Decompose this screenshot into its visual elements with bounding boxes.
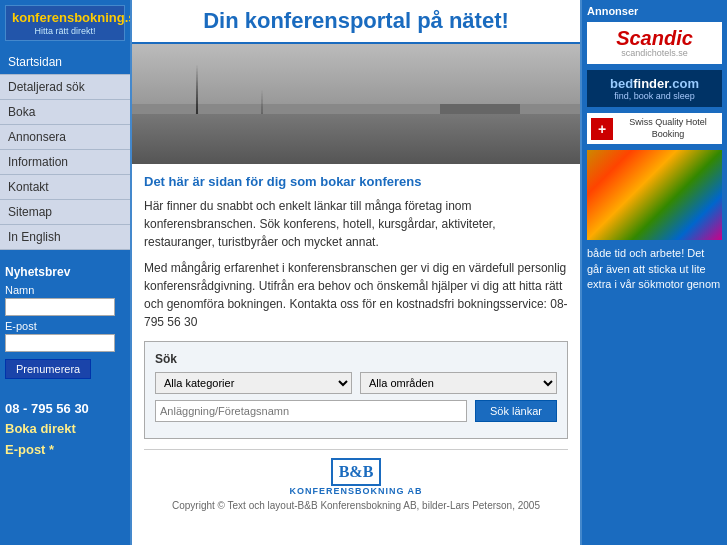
logo-subtitle: Hitta rätt direkt!	[12, 26, 118, 36]
hero-sky	[132, 44, 580, 104]
logo-konferens: konferens	[12, 10, 74, 25]
bedfinder-tagline: find, book and sleep	[593, 91, 716, 101]
banner-portal: portal på nätet!	[350, 8, 509, 33]
scandic-url: scandichotels.se	[593, 48, 716, 58]
newsletter-email-input[interactable]	[5, 334, 115, 352]
ad-swiss[interactable]: + Swiss Quality Hotel Booking	[587, 113, 722, 144]
ad-scandic[interactable]: Scandic scandichotels.se	[587, 22, 722, 64]
search-title: Sök	[155, 352, 557, 366]
content-paragraph-2: Med mångårig erfarenhet i konferensbrans…	[144, 259, 568, 331]
logo-bokning: bokning	[74, 10, 125, 25]
newsletter-email-label: E-post	[5, 320, 125, 332]
contact-phone: 08 - 795 56 30	[5, 399, 125, 420]
logo-footer: B&B KONFERENSBOKNING AB Copyright © Text…	[144, 449, 568, 519]
ad-bedfinder[interactable]: bedfinder.com find, book and sleep	[587, 70, 722, 107]
logo-footer-img: B&B	[331, 458, 382, 486]
swiss-text: Swiss Quality Hotel Booking	[618, 117, 718, 140]
newsletter-name-label: Namn	[5, 284, 125, 296]
newsletter-submit-button[interactable]: Prenumerera	[5, 359, 91, 379]
main-content: Din konferensportal på nätet! Det här är…	[130, 0, 582, 545]
nav-item-english[interactable]: In English	[0, 225, 130, 250]
search-name-input[interactable]	[155, 400, 467, 422]
content-paragraph-1: Här finner du snabbt och enkelt länkar t…	[144, 197, 568, 251]
search-category-select[interactable]: Alla kategorier	[155, 372, 352, 394]
contact-info: 08 - 795 56 30 Boka direkt E-post *	[0, 394, 130, 466]
ads-title: Annonser	[587, 5, 722, 17]
page-heading: Det här är sidan för dig som bokar konfe…	[144, 174, 568, 189]
content-area: Det här är sidan för dig som bokar konfe…	[132, 164, 580, 529]
main-nav: Startsidan Detaljerad sök Boka Annonsera…	[0, 50, 130, 250]
search-submit-button[interactable]: Sök länkar	[475, 400, 557, 422]
search-row-1: Alla kategorier Alla områden	[155, 372, 557, 394]
contact-email-link[interactable]: E-post *	[5, 442, 54, 457]
search-row-2: Sök länkar	[155, 400, 557, 422]
nav-item-boka[interactable]: Boka	[0, 100, 130, 125]
banner-konferens: konferens	[245, 8, 350, 33]
bedfinder-name: bedfinder.com	[593, 76, 716, 91]
nav-item-startsidan[interactable]: Startsidan	[0, 50, 130, 75]
search-region-select[interactable]: Alla områden	[360, 372, 557, 394]
footer-logo-sub: KONFERENSBOKNING AB	[152, 486, 560, 496]
hero-image	[132, 44, 580, 164]
nav-item-sitemap[interactable]: Sitemap	[0, 200, 130, 225]
header-banner: Din konferensportal på nätet!	[132, 0, 580, 44]
sidebar: konferensbokning.se Hitta rätt direkt! S…	[0, 0, 130, 545]
contact-book-link[interactable]: Boka direkt	[5, 421, 76, 436]
hero-ground	[132, 114, 580, 164]
nav-item-annonsera[interactable]: Annonsera	[0, 125, 130, 150]
newsletter-section: Nyhetsbrev Namn E-post Prenumerera	[0, 260, 130, 384]
nav-item-kontakt[interactable]: Kontakt	[0, 175, 130, 200]
logo-area: konferensbokning.se Hitta rätt direkt!	[0, 0, 130, 46]
search-box: Sök Alla kategorier Alla områden Sök län…	[144, 341, 568, 439]
nav-item-detaljerad[interactable]: Detaljerad sök	[0, 75, 130, 100]
ad-colorful-image[interactable]	[587, 150, 722, 240]
banner-din: Din	[203, 8, 245, 33]
newsletter-name-input[interactable]	[5, 298, 115, 316]
right-sidebar: Annonser Scandic scandichotels.se bedfin…	[582, 0, 727, 545]
nav-item-information[interactable]: Information	[0, 150, 130, 175]
right-sidebar-text: både tid och arbete! Det går även att st…	[587, 246, 722, 292]
footer-copyright: Copyright © Text och layout-B&B Konferen…	[152, 500, 560, 511]
newsletter-title: Nyhetsbrev	[5, 265, 125, 279]
banner-title: Din konferensportal på nätet!	[142, 8, 570, 34]
logo-box: konferensbokning.se Hitta rätt direkt!	[5, 5, 125, 41]
swiss-flag-icon: +	[591, 118, 613, 140]
scandic-name: Scandic	[593, 28, 716, 48]
logo-title: konferensbokning.se	[12, 10, 118, 26]
